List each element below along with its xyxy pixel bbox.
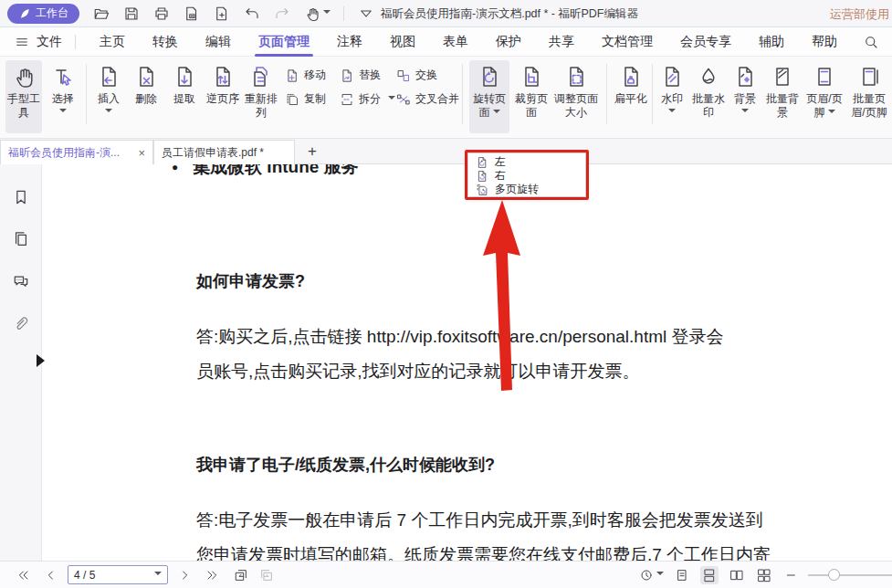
multi-page-rotate-item[interactable]: 多页旋转: [476, 183, 585, 196]
continuous-view-button[interactable]: [700, 566, 719, 584]
previous-view-icon[interactable]: [234, 568, 248, 583]
reverse-order-button[interactable]: 逆页序: [206, 60, 239, 133]
facing-continuous-view-button[interactable]: [755, 566, 773, 584]
menu-help[interactable]: 帮助: [812, 34, 837, 50]
faq-question-2: 我申请了电子/纸质发票,什么时候能收到?: [196, 454, 495, 476]
sidebar-expand-arrow-icon[interactable]: [37, 354, 51, 367]
tab-leave-form-label: 员工请假申请表.pdf *: [162, 145, 264, 161]
title-bar: 工作台 福昕会员使用指南-演示文档.pdf * - 福昕PDF编辑器 运营部使用: [0, 0, 892, 27]
facing-view-button[interactable]: [728, 566, 746, 584]
clipped-bullet-line: ● 集成微软 Intune 服务: [172, 164, 359, 179]
toolbar-divider: [86, 64, 87, 124]
menu-page-management[interactable]: 页面管理: [258, 34, 310, 50]
faq-answer-1-line-2: 员账号,点击购买记录,找到对应的记录就可以申请开发票。: [196, 360, 640, 383]
multi-page-rotate-icon: [476, 184, 488, 196]
first-page-icon[interactable]: [16, 568, 31, 583]
collapse-ribbon-icon[interactable]: [358, 5, 374, 22]
batch-header-footer-button[interactable]: 批量页眉/页脚: [848, 60, 890, 133]
rotate-view-icon[interactable]: [639, 568, 654, 583]
crop-pages-label: 裁剪页面: [513, 92, 550, 120]
previous-page-icon[interactable]: [44, 568, 58, 583]
new-page-icon[interactable]: [214, 5, 230, 22]
cross-merge-button[interactable]: 交叉合并: [396, 91, 459, 107]
swap-page-button[interactable]: 交换: [396, 68, 437, 83]
undo-icon[interactable]: [244, 5, 260, 22]
crop-pages-button[interactable]: 裁剪页面: [513, 60, 550, 133]
toolbar-divider: [462, 64, 463, 124]
redo-icon[interactable]: [274, 5, 290, 22]
menu-accessibility[interactable]: 辅助: [759, 34, 784, 50]
resize-pages-label: 调整页面大小: [553, 92, 599, 120]
zoom-slider-handle[interactable]: [828, 569, 840, 581]
menu-home[interactable]: 主页: [100, 34, 125, 50]
tab-member-guide[interactable]: 福昕会员使用指南-演... ×: [0, 140, 153, 164]
page-extract-icon[interactable]: [184, 5, 200, 22]
select-tool-button[interactable]: 选择: [46, 60, 80, 133]
menu-protect[interactable]: 保护: [496, 34, 521, 50]
next-view-icon[interactable]: [259, 568, 274, 583]
batch-watermark-button[interactable]: 批量水印: [691, 60, 726, 133]
zoom-slider[interactable]: [808, 574, 892, 576]
rearrange-button[interactable]: 重新排列: [243, 60, 279, 133]
save-icon[interactable]: [123, 5, 140, 22]
background-button[interactable]: 背景: [730, 60, 760, 133]
rotate-view-caret-icon[interactable]: [656, 572, 664, 579]
resize-pages-button[interactable]: 调整页面大小: [553, 60, 599, 133]
zoom-out-icon[interactable]: [784, 568, 799, 583]
menu-form[interactable]: 表单: [443, 34, 468, 50]
menu-view[interactable]: 视图: [390, 34, 415, 50]
document-page[interactable]: ● 集成微软 Intune 服务 如何申请发票? 答:购买之后,点击链接 htt…: [42, 164, 892, 561]
extract-page-button[interactable]: 提取: [167, 60, 202, 133]
file-menu-label: 文件: [37, 34, 62, 50]
page-number-input[interactable]: 4 / 5: [68, 565, 168, 584]
new-tab-button[interactable]: +: [301, 142, 323, 163]
comments-panel-icon[interactable]: [12, 272, 30, 290]
file-menu[interactable]: 文件: [15, 34, 62, 50]
rotate-left-item[interactable]: 左: [476, 155, 585, 169]
rotate-right-item[interactable]: 右: [476, 169, 585, 183]
hand-tool-button[interactable]: 手型工具: [5, 60, 42, 133]
batch-background-button[interactable]: 批量背景: [765, 60, 800, 133]
resize-pages-icon: [564, 65, 588, 89]
menu-comment[interactable]: 注释: [337, 34, 362, 50]
workspace-label: 工作台: [36, 5, 68, 21]
faq-answer-2-line-2: 您申请发票时填写的邮箱。纸质发票需要您在线支付邮费后,7 个工作日内寄: [196, 543, 771, 561]
insert-page-button[interactable]: 插入: [91, 60, 126, 133]
account-label[interactable]: 运营部使用: [830, 6, 889, 23]
menu-member-exclusive[interactable]: 会员专享: [680, 34, 731, 50]
split-page-button[interactable]: 拆分: [340, 91, 395, 107]
tab-close-icon[interactable]: ×: [138, 146, 145, 160]
rotate-pages-button[interactable]: 旋转页面: [469, 60, 509, 133]
menu-doc-management[interactable]: 文档管理: [602, 34, 653, 50]
single-page-view-button[interactable]: [673, 566, 691, 584]
menu-share[interactable]: 共享: [549, 34, 574, 50]
watermark-button[interactable]: 水印: [657, 60, 687, 133]
hand-mode-caret-icon[interactable]: [323, 10, 331, 17]
pages-panel-icon[interactable]: [12, 230, 30, 248]
print-icon[interactable]: [153, 5, 170, 22]
next-page-icon[interactable]: [177, 568, 192, 583]
menu-edit[interactable]: 编辑: [205, 34, 231, 50]
workspace-button[interactable]: 工作台: [7, 4, 79, 24]
tab-leave-form[interactable]: 员工请假申请表.pdf *: [153, 140, 295, 164]
copy-page-button[interactable]: 复制: [285, 91, 326, 107]
attachments-panel-icon[interactable]: [12, 314, 30, 332]
menu-convert[interactable]: 转换: [152, 34, 178, 50]
faq-question-1: 如何申请发票?: [196, 270, 305, 292]
last-page-icon[interactable]: [205, 568, 219, 583]
ribbon-toolbar: 手型工具 选择 插入 删除 提取 逆页序 重新排列 移动 复制 替换 拆: [0, 57, 892, 139]
open-folder-icon[interactable]: [93, 5, 110, 22]
replace-page-button[interactable]: 替换: [340, 68, 381, 83]
insert-page-icon: [97, 65, 121, 89]
delete-page-button[interactable]: 删除: [129, 60, 163, 133]
bookmarks-panel-icon[interactable]: [12, 188, 30, 206]
search-icon[interactable]: [863, 34, 879, 50]
flatten-button[interactable]: 扁平化: [614, 60, 648, 133]
batch-background-label: 批量背景: [765, 92, 800, 120]
copy-page-label: 复制: [304, 91, 326, 107]
move-page-button[interactable]: 移动: [285, 68, 326, 83]
move-page-label: 移动: [304, 68, 326, 83]
page-box-caret-icon[interactable]: [154, 572, 162, 579]
header-footer-button[interactable]: 页眉/页脚: [804, 60, 845, 133]
hand-mode-icon[interactable]: [304, 5, 320, 22]
